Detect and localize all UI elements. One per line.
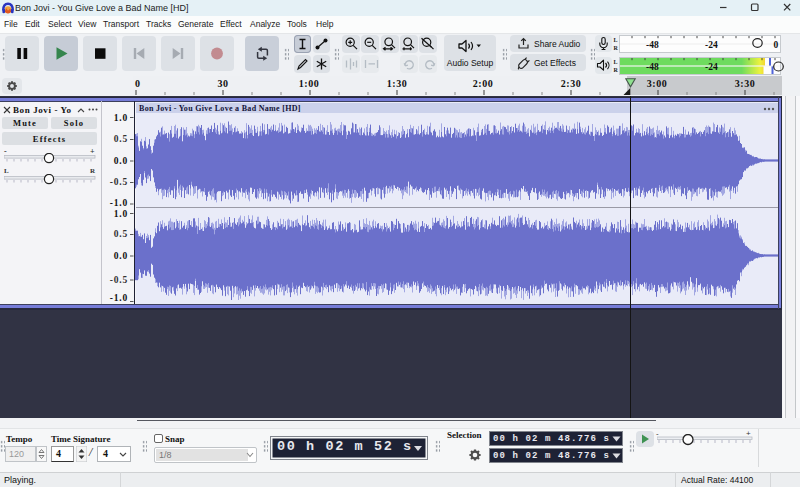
svg-text:-48: -48 [646, 40, 659, 50]
svg-text:0: 0 [774, 40, 779, 50]
svg-text:-24: -24 [705, 62, 718, 72]
svg-text:-24: -24 [705, 40, 718, 50]
svg-text:-48: -48 [646, 62, 659, 72]
